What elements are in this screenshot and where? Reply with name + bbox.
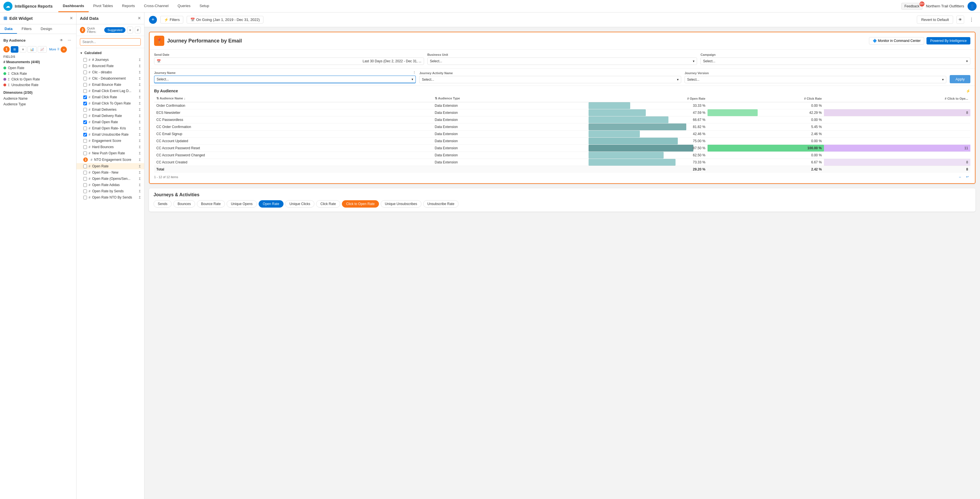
powered-by-intelligence-button[interactable]: Powered By Intelligence (926, 37, 970, 44)
checkbox-email-click-lag[interactable] (83, 89, 87, 93)
data-item-16[interactable]: 3 # NTO Engagement Score Σ (76, 156, 144, 163)
checkbox-email-deliveries[interactable] (83, 108, 87, 111)
data-item-open-rate-new[interactable]: # Open Rate - New Σ (76, 169, 144, 176)
tab-design[interactable]: Design (36, 24, 57, 34)
nav-tab-dashboards[interactable]: Dashboards (58, 0, 89, 12)
filter-icon-btn-2[interactable]: # (135, 27, 141, 33)
business-unit-input[interactable]: Select... ▾ (427, 57, 697, 65)
data-item-open-rate-by-sends[interactable]: # Open Rate by Sends Σ (76, 188, 144, 194)
viz-btn-line[interactable]: 📈 (38, 46, 47, 52)
data-item-14[interactable]: # Hard Bounces Σ (76, 144, 144, 150)
feedback-button[interactable]: Feedback 99+ (901, 3, 923, 10)
filters-button[interactable]: ⚡ Filters (160, 16, 183, 24)
more-link[interactable]: More (49, 48, 56, 51)
table-filter-icon[interactable]: ⚡ (966, 89, 970, 93)
data-item-8[interactable]: # Email Deliveries Σ (76, 106, 144, 113)
checkbox-open-rate-sends[interactable] (83, 189, 87, 193)
data-item-open-rate-opens[interactable]: # Open Rate (Opens/Sen... Σ (76, 176, 144, 182)
col-click-rate[interactable]: # Click Rate (708, 95, 824, 102)
col-audience-name[interactable]: ⇅ Audience Name ↓ (154, 95, 433, 102)
tab-filters[interactable]: Filters (17, 24, 36, 34)
revert-to-default-button[interactable]: Revert to Default (917, 16, 953, 24)
checkbox-email-delivery-rate[interactable] (83, 114, 87, 118)
col-open-rate[interactable]: # Open Rate (589, 95, 708, 102)
add-data-close[interactable]: × (138, 15, 141, 21)
checkbox-clic-desabonnement[interactable] (83, 77, 87, 80)
journey-version-input[interactable]: Select... ▾ (684, 76, 946, 83)
data-item-2[interactable]: # Clic - désabo Σ (76, 69, 144, 75)
filter-icon-btn-1[interactable]: ≡ (127, 27, 133, 33)
data-item-6[interactable]: # Email Click Rate Σ (76, 94, 144, 100)
data-item-10[interactable]: # Email Open Rate Σ (76, 119, 144, 125)
checkbox-email-open-rate-kris[interactable] (83, 127, 87, 130)
tag-bounces[interactable]: Bounces (173, 200, 195, 208)
checkbox-new-push-open[interactable] (83, 151, 87, 155)
date-range-button[interactable]: 📅 On Going (Jan 1, 2019 - Dec 31, 2022) (187, 16, 263, 24)
checkbox-open-rate[interactable] (83, 165, 87, 168)
col-click-to-open[interactable]: # Click to Ope... (824, 95, 970, 102)
tag-unique-opens[interactable]: Unique Opens (227, 200, 257, 208)
visibility-button[interactable]: 👁 (956, 16, 964, 24)
tag-unique-unsubscribes[interactable]: Unique Unsubscribes (381, 200, 422, 208)
data-item-7[interactable]: # Email Click To Open Rate Σ (76, 100, 144, 106)
journey-name-input[interactable]: Select... ▾ (154, 76, 416, 83)
checkbox-email-bounce-rate[interactable] (83, 83, 87, 87)
search-input[interactable] (80, 38, 141, 46)
tag-click-rate[interactable]: Click Rate (316, 200, 340, 208)
monitor-command-center-button[interactable]: 🔷 Monitor in Command Center (869, 37, 924, 44)
more-options-journey[interactable]: ⋮ (413, 71, 416, 75)
tag-unique-clicks[interactable]: Unique Clicks (285, 200, 314, 208)
checkbox-email-unsubscribe-rate[interactable] (83, 133, 87, 137)
data-item-5[interactable]: # Email Click Event Lag D... Σ (76, 88, 144, 94)
data-item-0[interactable]: # # Journeys Σ (76, 57, 144, 63)
data-group-calculated[interactable]: ▼ Calculated (76, 49, 144, 57)
close-button[interactable]: × (70, 15, 73, 21)
org-name[interactable]: Northern Trail Outfitters (926, 4, 964, 8)
tag-open-rate[interactable]: Open Rate (259, 200, 283, 208)
checkbox-clic-desabo[interactable] (83, 70, 87, 74)
data-item-3[interactable]: # Clic - Désabonnement Σ (76, 75, 144, 81)
add-field-button[interactable]: + (60, 46, 67, 52)
prev-page-button[interactable]: ↔ (957, 175, 963, 179)
checkbox-email-click-to-open[interactable] (83, 102, 87, 105)
checkbox-engagement-score[interactable] (83, 139, 87, 143)
eye-icon[interactable]: 👁 (58, 37, 65, 44)
apply-button[interactable]: Apply (950, 75, 970, 83)
more-options-icon[interactable]: ⋯ (66, 37, 73, 44)
nav-tab-queries[interactable]: Queries (173, 0, 195, 12)
viz-btn-list[interactable]: ≡ (19, 46, 26, 52)
filter-suggested-btn[interactable]: Suggested (104, 27, 126, 33)
tag-unsubscribe-rate[interactable]: Unsubscribe Rate (423, 200, 458, 208)
tag-bounce-rate[interactable]: Bounce Rate (197, 200, 225, 208)
data-item-12[interactable]: # Email Unsubscribe Rate Σ (76, 131, 144, 138)
viz-btn-chart[interactable]: 📊 (27, 46, 37, 52)
journey-activity-input[interactable]: Select... ▾ (419, 76, 681, 83)
campaign-input[interactable]: Select... ▾ (700, 57, 970, 65)
nav-tab-reports[interactable]: Reports (118, 0, 140, 12)
next-page-button[interactable]: ↩ (964, 175, 970, 179)
add-button[interactable]: + (149, 16, 157, 24)
checkbox-open-rate-adidas[interactable] (83, 183, 87, 187)
checkbox-email-click-rate[interactable] (83, 95, 87, 99)
checkbox-email-open-rate[interactable] (83, 120, 87, 124)
col-audience-type[interactable]: ⇅ Audience Type (433, 95, 589, 102)
tag-click-to-open-rate[interactable]: Click to Open Rate (342, 200, 379, 208)
data-item-15[interactable]: # New Push Open Rate Σ (76, 150, 144, 156)
send-date-input[interactable]: 📅 Last 30 Days (Dec 2, 2022 - Dec 31, ..… (154, 57, 424, 65)
data-item-11[interactable]: # Email Open Rate- Kris Σ (76, 125, 144, 131)
data-item-13[interactable]: # Engagement Score Σ (76, 138, 144, 144)
checkbox-bounced-rate[interactable] (83, 64, 87, 68)
data-item-open-rate-nto[interactable]: # Open Rate NTO By Sends Σ (76, 194, 144, 200)
checkbox-open-rate-new[interactable] (83, 171, 87, 175)
data-item-open-rate[interactable]: # Open Rate Σ (76, 163, 144, 169)
viz-btn-table[interactable]: ⊞ (11, 46, 18, 52)
data-item-1[interactable]: # Bounced Rate Σ (76, 63, 144, 69)
data-item-9[interactable]: # Email Delivery Rate Σ (76, 113, 144, 119)
data-item-4[interactable]: # Email Bounce Rate Σ (76, 81, 144, 88)
checkbox-journeys[interactable] (83, 58, 87, 62)
nav-tab-pivot-tables[interactable]: Pivot Tables (89, 0, 118, 12)
tab-data[interactable]: Data (0, 24, 17, 34)
more-options-button[interactable]: ⋮ (967, 15, 975, 24)
checkbox-open-rate-opens[interactable] (83, 177, 87, 181)
nav-tab-setup[interactable]: Setup (195, 0, 214, 12)
